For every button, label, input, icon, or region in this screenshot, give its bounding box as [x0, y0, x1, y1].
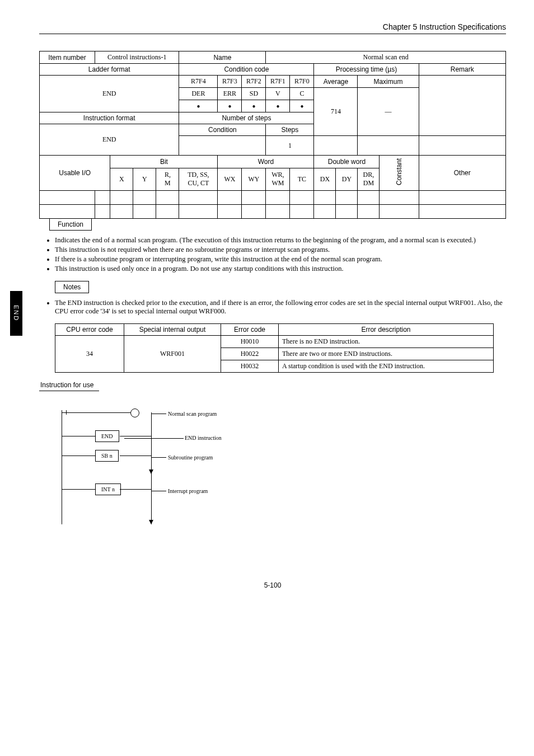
instruction-format: END [40, 124, 179, 156]
dot-v [266, 100, 290, 112]
err-h3: Error code [221, 324, 279, 336]
usable-io-label: Usable I/O [40, 156, 110, 191]
instruction-for-use-label: Instruction for use [39, 379, 99, 391]
col-r7f1: R7F1 [266, 76, 290, 88]
condition-code-label: Condition code [179, 64, 314, 76]
cc-v: V [266, 88, 290, 100]
box-sbn: SB n [95, 450, 119, 462]
err-code: H0022 [221, 348, 279, 360]
steps-value: 1 [266, 136, 314, 156]
io-tc: TC [290, 168, 314, 190]
max-blank [358, 136, 419, 156]
arrow-down-icon [149, 520, 153, 524]
function-bullets: Indicates the end of a normal scan progr… [39, 236, 506, 273]
cc-c: C [290, 88, 314, 100]
remark-blank [419, 136, 505, 156]
item-number: Control instructions-1 [95, 51, 179, 64]
avg-blank [314, 136, 358, 156]
col-r7f0: R7F0 [290, 76, 314, 88]
col-maximum: Maximum [358, 76, 419, 88]
err-code: H0032 [221, 360, 279, 373]
col-average: Average [314, 76, 358, 88]
remark-label: Remark [419, 64, 505, 76]
io-wrwm: WR, WM [266, 168, 290, 190]
err-h2: Special internal output [124, 324, 221, 336]
err-h4: Error description [279, 324, 494, 336]
condition-empty [179, 136, 266, 156]
io-tdss: TD, SS, CU, CT [179, 168, 218, 190]
err-desc: A startup condition is used with the END… [279, 360, 494, 373]
err-code: H0010 [221, 336, 279, 348]
chapter-header: Chapter 5 Instruction Specifications [39, 22, 506, 34]
diagram-label-end: END instruction [185, 435, 222, 441]
cc-der: DER [179, 88, 218, 100]
notes-bullets: The END instruction is checked prior to … [39, 299, 506, 316]
io-row1-lead [40, 191, 95, 205]
contact-circle-icon [130, 408, 139, 417]
remark-cell [419, 76, 505, 136]
error-table: CPU error code Special internal output E… [55, 323, 494, 373]
name-value: Normal scan end [266, 51, 506, 64]
io-row1-name [95, 191, 110, 205]
dot-err [218, 100, 242, 112]
bit-label: Bit [110, 156, 218, 168]
condition-label: Condition [179, 124, 266, 136]
cc-err: ERR [218, 88, 242, 100]
col-r7f2: R7F2 [242, 76, 266, 88]
io-rm: R, M [156, 168, 179, 190]
io-drdm: DR, DM [358, 168, 380, 190]
diagram: END SB n INT n Normal scan program END i… [39, 402, 506, 548]
io-row2-lead [40, 205, 95, 219]
dot-c [290, 100, 314, 112]
err-h1: CPU error code [55, 324, 124, 336]
constant-label: Constant [380, 156, 419, 191]
dot-sd [242, 100, 266, 112]
dword-label: Double word [314, 156, 380, 168]
box-end: END [95, 430, 119, 442]
err-desc: There are two or more END instructions. [279, 348, 494, 360]
diagram-label-sub: Subroutine program [168, 454, 213, 461]
avg-cell: 714 [314, 88, 358, 136]
err-cpu: 34 [55, 336, 124, 373]
cc-sd: SD [242, 88, 266, 100]
number-of-steps-label: Number of steps [179, 112, 314, 124]
side-tab: END [10, 291, 22, 336]
steps-label: Steps [266, 124, 314, 136]
arrow-down-icon [149, 469, 153, 474]
processing-time-label: Processing time (µs) [314, 64, 419, 76]
io-dx: DX [314, 168, 336, 190]
notes-label: Notes [55, 281, 89, 293]
io-wx: WX [218, 168, 242, 190]
word-label: Word [218, 156, 314, 168]
name-label: Name [179, 51, 266, 64]
box-intn: INT n [95, 483, 121, 495]
col-r7f4: R7F4 [179, 76, 218, 88]
diagram-label-int: Interrupt program [168, 488, 208, 494]
ladder-format: END [40, 76, 179, 112]
other-label: Other [419, 156, 505, 191]
max-cell: — [358, 88, 419, 136]
io-wy: WY [242, 168, 266, 190]
ladder-format-label: Ladder format [40, 64, 179, 76]
dot-der [179, 100, 218, 112]
err-desc: There is no END instruction. [279, 336, 494, 348]
fn-bullet: This instruction is not required when th… [55, 246, 506, 254]
fn-bullet: This instruction is used only once in a … [55, 265, 506, 273]
io-row2-name [95, 205, 110, 219]
io-dy: DY [336, 168, 358, 190]
err-sio: WRF001 [124, 336, 221, 373]
fn-bullet: If there is a subroutine program or inte… [55, 255, 506, 264]
io-x: X [110, 168, 133, 190]
instruction-format-label: Instruction format [40, 112, 179, 124]
page-number: 5-100 [39, 581, 506, 589]
diagram-label-normal: Normal scan program [168, 411, 217, 417]
fn-bullet: Indicates the end of a normal scan progr… [55, 236, 506, 245]
notes-bullet: The END instruction is checked prior to … [55, 299, 506, 316]
col-r7f3: R7F3 [218, 76, 242, 88]
io-y: Y [133, 168, 156, 190]
item-number-label: Item number [40, 51, 95, 64]
spec-table: Item number Control instructions-1 Name … [39, 51, 506, 219]
function-label: Function [49, 219, 92, 231]
